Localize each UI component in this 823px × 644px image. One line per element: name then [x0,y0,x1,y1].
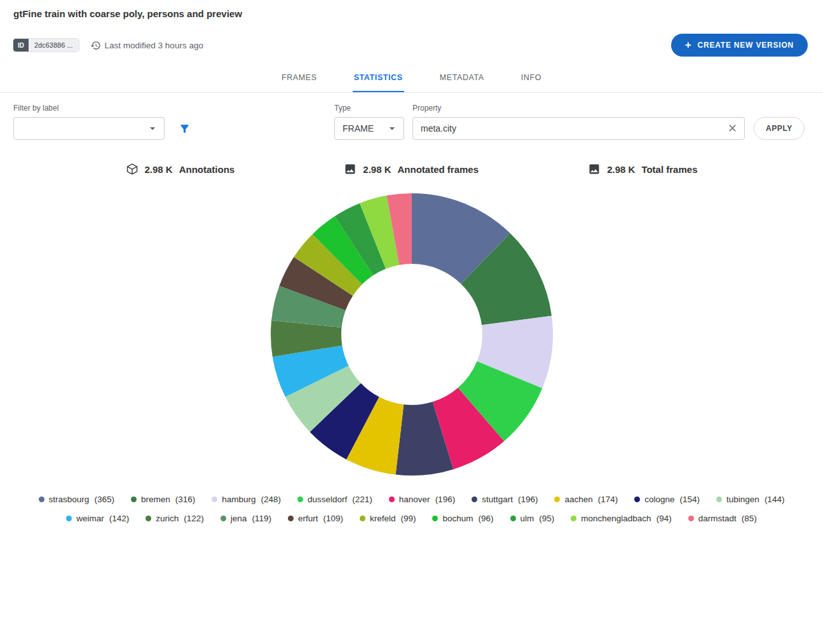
last-modified: Last modified 3 hours ago [90,40,203,51]
tab-metadata[interactable]: METADATA [421,63,503,92]
legend-label: darmstadt [698,514,737,523]
stats-row: 2.98 K Annotations 2.98 K Annotated fram… [126,163,698,175]
legend-label: aachen [564,495,592,504]
page-header: gtFine train with coarse poly, persons a… [0,0,823,57]
legend-label: krefeld [370,514,396,523]
tab-label: METADATA [439,64,486,92]
chevron-down-icon [386,122,398,135]
legend-item-aachen[interactable]: aachen(174) [554,495,618,504]
property-group: Property [412,104,745,140]
legend-label: hamburg [222,495,255,504]
legend-label: hanover [399,495,430,504]
legend-item-ulm[interactable]: ulm(95) [510,514,555,523]
legend-count: (95) [539,514,554,523]
close-icon [726,122,738,134]
filter-by-label-group: Filter by label [13,104,165,140]
legend-count: (96) [479,514,494,523]
filter-by-label-select[interactable] [13,117,165,140]
legend-color-dot [221,516,226,521]
legend-item-jena[interactable]: jena(119) [221,514,271,523]
tab-label: STATISTICS [353,64,404,92]
filter-funnel-icon [179,123,191,135]
tab-statistics[interactable]: STATISTICS [336,63,421,92]
legend-color-dot [472,497,477,502]
legend-color-dot [360,516,365,521]
legend-label: monchengladbach [581,514,651,523]
legend-label: dusseldorf [308,495,347,504]
legend-label: weimar [76,514,104,523]
legend-count: (144) [765,495,785,504]
legend-label: tubingen [726,495,759,504]
legend-color-dot [554,497,560,502]
legend-item-hamburg[interactable]: hamburg(248) [212,495,281,504]
legend-item-erfurt[interactable]: erfurt(109) [288,514,343,523]
create-new-version-button[interactable]: + CREATE NEW VERSION [671,34,808,57]
legend-item-tubingen[interactable]: tubingen(144) [716,495,784,504]
legend-color-dot [39,497,44,502]
property-input[interactable] [412,117,745,140]
legend-count: (174) [598,495,618,504]
legend-color-dot [288,516,294,521]
clear-property-button[interactable] [726,122,738,134]
stat-label: Annotations [179,164,235,175]
legend-label: zurich [156,514,179,523]
chevron-down-icon [146,122,159,135]
legend-label: bremen [141,495,170,504]
legend-item-stuttgart[interactable]: stuttgart(196) [472,495,538,504]
tab-info[interactable]: INFO [503,63,560,92]
legend-item-zurich[interactable]: zurich(122) [146,514,204,523]
apply-button[interactable]: APPLY [754,117,805,140]
legend-count: (365) [94,495,114,504]
legend-label: strasbourg [49,495,90,504]
legend-color-dot [146,516,151,521]
legend-label: bochum [442,514,473,523]
legend-item-bochum[interactable]: bochum(96) [432,514,493,523]
legend-item-hanover[interactable]: hanover(196) [389,495,455,504]
property-label: Property [412,104,745,113]
tab-label: INFO [520,64,543,92]
chart-legend: strasbourg(365)bremen(316)hamburg(248)du… [12,495,812,523]
legend-count: (99) [400,514,416,523]
legend-color-dot [131,497,137,502]
legend-color-dot [66,516,72,521]
dataset-id-badge[interactable]: ID 2dc63886 ... [13,39,79,51]
filter-toolbar: Filter by label Type FRAME Property APPL… [0,93,823,140]
stat-total-frames: 2.98 K Total frames [588,163,697,175]
id-badge-label: ID [13,39,29,51]
image-icon [588,163,601,175]
legend-color-dot [571,516,576,521]
page-title: gtFine train with coarse poly, persons a… [13,8,808,19]
type-select[interactable]: FRAME [334,117,404,140]
legend-item-dusseldorf[interactable]: dusseldorf(221) [297,495,372,504]
legend-count: (316) [175,495,196,504]
legend-item-monchengladbach[interactable]: monchengladbach(94) [571,514,671,523]
legend-item-cologne[interactable]: cologne(154) [634,495,700,504]
filter-funnel-button[interactable] [179,117,191,140]
id-badge-value: 2dc63886 ... [29,39,79,51]
stat-value: 2.98 K [607,164,635,175]
legend-item-darmstadt[interactable]: darmstadt(85) [688,514,757,523]
legend-item-bremen[interactable]: bremen(316) [131,495,195,504]
legend-label: ulm [520,514,534,523]
tab-frames[interactable]: FRAMES [263,63,336,92]
legend-color-dot [432,516,438,521]
legend-item-strasbourg[interactable]: strasbourg(365) [39,495,114,504]
type-select-value: FRAME [343,123,374,134]
filter-by-label-label: Filter by label [13,104,165,113]
legend-item-weimar[interactable]: weimar(142) [66,514,129,523]
history-icon [90,40,101,51]
tab-label: FRAMES [280,64,318,92]
legend-color-dot [634,497,640,502]
legend-count: (109) [323,514,343,523]
legend-count: (154) [680,495,700,504]
legend-count: (196) [518,495,538,504]
type-group: Type FRAME [334,104,404,140]
legend-count: (94) [656,514,672,523]
annotations-cube-icon [126,163,139,175]
stat-label: Total frames [641,164,697,175]
stat-value: 2.98 K [145,164,173,175]
legend-label: erfurt [298,514,318,523]
legend-label: stuttgart [482,495,513,504]
create-new-version-label: CREATE NEW VERSION [697,41,794,50]
legend-item-krefeld[interactable]: krefeld(99) [360,514,416,523]
